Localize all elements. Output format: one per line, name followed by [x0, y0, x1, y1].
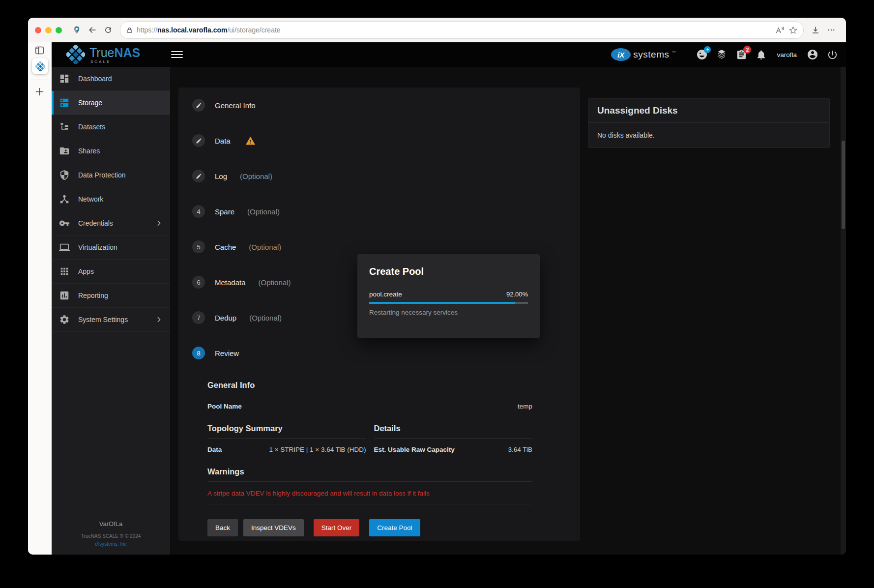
sidebar-item-credentials[interactable]: Credentials [52, 211, 170, 235]
header-icon-group: + 2 varofla [696, 49, 838, 60]
more-options-icon[interactable] [823, 22, 839, 38]
create-pool-button[interactable]: Create Pool [369, 519, 420, 536]
details-heading: Details [374, 424, 533, 439]
close-window-button[interactable] [35, 27, 41, 33]
screenshot-stage: https://nas.local.varofla.com/ui/storage… [0, 0, 874, 588]
step-number: 5 [192, 240, 205, 253]
sidebar-item-data-protection[interactable]: Data Protection [52, 163, 170, 187]
vertical-tab-strip [28, 42, 52, 555]
menu-hamburger-icon[interactable] [171, 49, 183, 60]
truenas-page: TrueNAS SCALE iX systems ™ + [52, 42, 846, 555]
review-section: General Info Pool Name temp Topology Sum… [207, 381, 532, 536]
step-edit-icon [192, 170, 205, 182]
jobs-icon[interactable]: 2 [735, 49, 747, 60]
unassigned-disks-empty-text: No disks available. [588, 123, 829, 147]
scale-label: SCALE [90, 60, 111, 64]
capacity-value: 3.64 TiB [508, 446, 532, 453]
back-step-button[interactable]: Back [207, 519, 238, 536]
sidebar-toggle-icon[interactable] [35, 46, 44, 55]
warning-triangle-icon [245, 136, 256, 146]
sidebar-item-shares[interactable]: Shares [52, 139, 170, 163]
step-number: 7 [192, 311, 205, 324]
wizard-step-review[interactable]: 8 Review [178, 335, 580, 371]
sidebar-nav: Dashboard Storage Datasets Shares [52, 67, 170, 555]
step-edit-icon [192, 134, 205, 147]
user-avatar-icon[interactable] [807, 49, 818, 60]
topology-data-row: Data 1 × STRIPE | 1 × 3.64 TiB (HDD) [207, 439, 366, 456]
dialog-title: Create Pool [369, 266, 528, 277]
sidebar-item-apps[interactable]: Apps [52, 260, 170, 284]
page-scrollbar[interactable] [841, 67, 846, 555]
browser-window: https://nas.local.varofla.com/ui/storage… [28, 18, 846, 555]
key-icon [59, 218, 70, 229]
sidebar-item-system-settings[interactable]: System Settings [52, 308, 170, 332]
apps-icon [59, 266, 70, 277]
wizard-step-log[interactable]: Log (Optional) [178, 158, 580, 194]
wizard-buttons: Back Inspect VDEVs Start Over Create Poo… [207, 519, 532, 536]
pool-name-row: Pool Name temp [207, 395, 532, 413]
url-text: https://nas.local.varofla.com/ui/storage… [137, 26, 281, 34]
feedback-icon[interactable]: + [696, 49, 708, 60]
sidebar-item-dashboard[interactable]: Dashboard [52, 67, 170, 91]
pool-name-value: temp [518, 403, 532, 410]
unassigned-disks-title: Unassigned Disks [588, 99, 829, 123]
datasets-icon [59, 121, 70, 132]
job-name-label: pool.create [369, 291, 402, 298]
step-number: 6 [192, 276, 205, 289]
topology-data-value: 1 × STRIPE | 1 × 3.64 TiB (HDD) [269, 446, 366, 453]
review-general-heading: General Info [207, 381, 532, 395]
chevron-right-icon [155, 219, 163, 227]
ixsystems-logo: iX systems ™ [611, 48, 675, 61]
power-icon[interactable] [826, 49, 838, 60]
report-icon [59, 290, 70, 301]
app-header: TrueNAS SCALE iX systems ™ + [52, 42, 846, 67]
browser-toolbar: https://nas.local.varofla.com/ui/storage… [28, 18, 846, 42]
start-over-button[interactable]: Start Over [314, 519, 360, 536]
content-top-divider [178, 73, 838, 73]
step-number: 4 [192, 205, 205, 218]
progress-bar-fill [369, 302, 515, 304]
active-tab-truenas[interactable] [32, 58, 48, 74]
sidebar-item-datasets[interactable]: Datasets [52, 115, 170, 139]
progress-bar [369, 302, 528, 304]
ixsystems-link[interactable]: iXsystems, Inc [52, 541, 170, 547]
new-tab-button[interactable] [34, 87, 45, 97]
truenas-logo[interactable]: TrueNAS SCALE [66, 45, 140, 64]
sidebar-item-virtualization[interactable]: Virtualization [52, 235, 170, 260]
scrollbar-thumb[interactable] [842, 141, 845, 229]
unassigned-disks-card: Unassigned Disks No disks available. [588, 98, 830, 148]
capacity-row: Est. Usable Raw Capacity 3.64 TiB [374, 439, 533, 456]
laptop-icon [59, 242, 70, 253]
bookmark-star-icon[interactable] [789, 26, 797, 34]
alerts-bell-icon[interactable] [755, 49, 767, 60]
address-bar[interactable]: https://nas.local.varofla.com/ui/storage… [120, 21, 804, 39]
sidebar-item-storage[interactable]: Storage [52, 91, 170, 115]
minimize-window-button[interactable] [45, 27, 52, 33]
truenas-diamond-icon [66, 45, 85, 64]
hostname-label: VarOfLa [52, 520, 170, 528]
download-icon[interactable] [808, 22, 823, 38]
wizard-step-data[interactable]: Data [178, 123, 580, 158]
reader-mode-icon[interactable] [775, 26, 785, 34]
reload-button[interactable] [100, 22, 116, 38]
step-edit-icon [192, 99, 205, 112]
copyright-label: TrueNAS SCALE ® © 2024 [52, 533, 170, 539]
shares-icon [59, 146, 70, 156]
inspect-vdevs-button[interactable]: Inspect VDEVs [243, 519, 304, 536]
ix-oval-icon: iX [611, 48, 631, 61]
back-button[interactable] [85, 22, 100, 38]
wizard-step-spare[interactable]: 4 Spare (Optional) [178, 194, 580, 229]
sidebar-item-network[interactable]: Network [52, 187, 170, 211]
job-status-text: Restarting necessary services [369, 309, 528, 316]
sidebar-item-reporting[interactable]: Reporting [52, 284, 170, 308]
gear-icon [59, 314, 70, 325]
storage-icon [59, 97, 70, 108]
wizard-step-general-info[interactable]: General Info [178, 88, 580, 123]
extension-pin-icon[interactable] [69, 22, 85, 38]
dashboard-icon [59, 73, 70, 84]
truecommand-icon[interactable] [716, 49, 728, 60]
shield-icon [59, 170, 70, 180]
username-label: varofla [777, 51, 797, 59]
create-pool-progress-dialog: Create Pool pool.create 92.00% Restartin… [357, 254, 540, 338]
zoom-window-button[interactable] [56, 27, 62, 33]
